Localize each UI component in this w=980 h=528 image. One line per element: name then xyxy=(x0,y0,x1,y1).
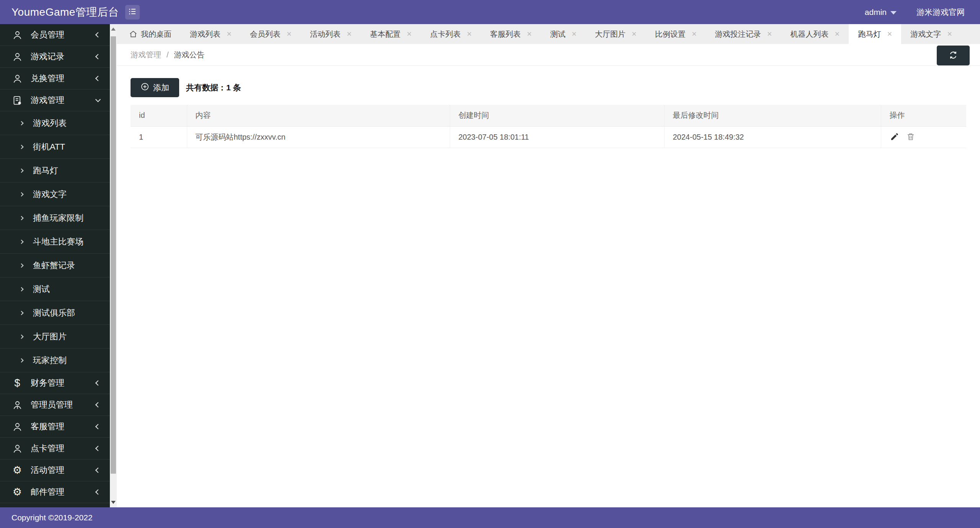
sidebar-toggle-button[interactable] xyxy=(125,5,140,20)
tab-game-text[interactable]: 游戏文字 × xyxy=(901,24,961,44)
chevron-right-icon xyxy=(19,334,23,339)
column-header-id: id xyxy=(131,105,187,126)
sidebar-item-game-records[interactable]: 游戏记录 xyxy=(0,46,110,68)
scroll-up-arrow-icon[interactable] xyxy=(111,28,116,31)
tab-robot-list[interactable]: 机器人列表 × xyxy=(781,24,849,44)
chevron-left-icon xyxy=(95,446,101,451)
edit-button[interactable] xyxy=(890,132,900,142)
cell-content: 可乐源码站https://zxxvv.cn xyxy=(187,126,450,148)
sidebar-item-card-mgmt[interactable]: 点卡管理 xyxy=(0,438,110,460)
close-icon[interactable]: × xyxy=(407,30,412,38)
tab-basic-config[interactable]: 基本配置 × xyxy=(361,24,421,44)
table-row: 1 可乐源码站https://zxxvv.cn 2023-07-05 18:01… xyxy=(131,126,966,148)
sidebar-item-member-mgmt[interactable]: 会员管理 xyxy=(0,24,110,46)
breadcrumb-section[interactable]: 游戏管理 xyxy=(131,50,161,60)
sidebar-subitem-player-control[interactable]: 玩家控制 xyxy=(0,349,110,372)
user-icon xyxy=(11,399,23,411)
tab-game-list[interactable]: 游戏列表 × xyxy=(181,24,241,44)
tab-lobby-images[interactable]: 大厅图片 × xyxy=(586,24,646,44)
close-icon[interactable]: × xyxy=(632,30,637,38)
sidebar-subitem-lobby-images[interactable]: 大厅图片 xyxy=(0,325,110,349)
chevron-left-icon xyxy=(95,76,101,81)
add-button-label: 添加 xyxy=(153,82,169,93)
chevron-left-icon xyxy=(95,380,101,386)
chevron-left-icon xyxy=(95,489,101,495)
sidebar-subitem-marquee[interactable]: 跑马灯 xyxy=(0,159,110,183)
chevron-right-icon xyxy=(19,145,23,149)
sidebar-subitem-arcade-att[interactable]: 街机ATT xyxy=(0,135,110,159)
cell-created-at: 2023-07-05 18:01:11 xyxy=(450,126,664,148)
chevron-right-icon xyxy=(19,192,23,196)
user-icon xyxy=(11,29,23,41)
sidebar-subitem-fish-shrimp-crab-records[interactable]: 鱼虾蟹记录 xyxy=(0,254,110,277)
chevron-right-icon xyxy=(19,121,23,125)
app-title: YoumeGame管理后台 xyxy=(11,5,119,20)
site-link[interactable]: 游米游戏官网 xyxy=(916,7,965,18)
announcement-table: id 内容 创建时间 最后修改时间 操作 1 可乐源码站https://zxxv… xyxy=(131,105,966,148)
close-icon[interactable]: × xyxy=(227,30,232,38)
app-header: YoumeGame管理后台 admin 游米游戏官网 xyxy=(0,0,980,24)
close-icon[interactable]: × xyxy=(767,30,772,38)
sidebar-subitem-game-text[interactable]: 游戏文字 xyxy=(0,183,110,206)
user-icon xyxy=(11,443,23,454)
close-icon[interactable]: × xyxy=(835,30,840,38)
column-header-actions: 操作 xyxy=(881,105,966,126)
sidebar-item-mail-mgmt[interactable]: ⚙ 邮件管理 xyxy=(0,481,110,503)
chevron-left-icon xyxy=(95,32,101,37)
sidebar-subitem-doudizhu-tournament[interactable]: 斗地主比赛场 xyxy=(0,230,110,254)
breadcrumb-page: 游戏公告 xyxy=(174,50,205,60)
tab-ratio-settings[interactable]: 比例设置 × xyxy=(646,24,706,44)
close-icon[interactable]: × xyxy=(692,30,697,38)
sidebar-item-admin-mgmt[interactable]: 管理员管理 xyxy=(0,394,110,416)
close-icon[interactable]: × xyxy=(887,30,892,38)
tab-marquee[interactable]: 跑马灯 × xyxy=(849,24,901,44)
sidebar-item-finance-mgmt[interactable]: $ 财务管理 xyxy=(0,372,110,394)
close-icon[interactable]: × xyxy=(527,30,532,38)
tab-test[interactable]: 测试 × xyxy=(541,24,586,44)
delete-button[interactable] xyxy=(906,132,916,142)
sidebar-scrollbar[interactable] xyxy=(110,24,117,507)
column-header-updated: 最后修改时间 xyxy=(664,105,881,126)
sidebar-item-activity-mgmt[interactable]: ⚙ 活动管理 xyxy=(0,460,110,481)
sidebar-subitem-fishing-player-limit[interactable]: 捕鱼玩家限制 xyxy=(0,206,110,230)
add-button[interactable]: 添加 xyxy=(131,78,179,97)
chevron-right-icon xyxy=(19,311,23,315)
row-actions xyxy=(890,132,967,142)
user-menu[interactable]: admin xyxy=(865,8,897,17)
tab-activity-list[interactable]: 活动列表 × xyxy=(301,24,361,44)
tab-desktop[interactable]: 我的桌面 xyxy=(120,24,181,44)
main-content: 我的桌面 游戏列表 × 会员列表 × 活动列表 × 基本配置 × 点卡列表 × xyxy=(117,24,980,507)
tab-member-list[interactable]: 会员列表 × xyxy=(241,24,301,44)
tab-service-list[interactable]: 客服列表 × xyxy=(481,24,541,44)
gear-icon: ⚙ xyxy=(11,464,23,476)
caret-down-icon xyxy=(890,11,897,15)
scrollbar-thumb[interactable] xyxy=(111,36,116,474)
chevron-left-icon xyxy=(95,468,101,473)
cell-id: 1 xyxy=(131,126,187,148)
sidebar-subitem-test[interactable]: 测试 xyxy=(0,277,110,301)
table-header-row: id 内容 创建时间 最后修改时间 操作 xyxy=(131,105,966,126)
sidebar-item-exchange-mgmt[interactable]: 兑换管理 xyxy=(0,68,110,90)
close-icon[interactable]: × xyxy=(947,30,952,38)
close-icon[interactable]: × xyxy=(347,30,352,38)
chevron-left-icon xyxy=(95,424,101,429)
close-icon[interactable]: × xyxy=(467,30,472,38)
trash-icon xyxy=(906,132,915,142)
close-icon[interactable]: × xyxy=(572,30,577,38)
close-icon[interactable]: × xyxy=(287,30,292,38)
chevron-right-icon xyxy=(19,168,23,173)
tab-bet-records[interactable]: 游戏投注记录 × xyxy=(706,24,781,44)
scroll-down-arrow-icon[interactable] xyxy=(111,501,116,504)
sidebar-item-game-mgmt[interactable]: 游戏管理 xyxy=(0,90,110,111)
sidebar-subitem-test-club[interactable]: 测试俱乐部 xyxy=(0,301,110,325)
notebook-icon xyxy=(11,95,23,106)
chevron-down-icon xyxy=(95,97,101,102)
sidebar-item-customer-service-mgmt[interactable]: 客服管理 xyxy=(0,416,110,438)
refresh-button[interactable] xyxy=(937,46,970,65)
list-menu-icon xyxy=(128,7,137,17)
sidebar-subitem-game-list[interactable]: 游戏列表 xyxy=(0,111,110,135)
page-content: 添加 共有数据：1 条 id 内容 创建时间 最后修改时间 操作 xyxy=(117,66,980,507)
chevron-right-icon xyxy=(19,240,23,244)
gear-icon: ⚙ xyxy=(11,486,23,498)
tab-card-list[interactable]: 点卡列表 × xyxy=(421,24,481,44)
